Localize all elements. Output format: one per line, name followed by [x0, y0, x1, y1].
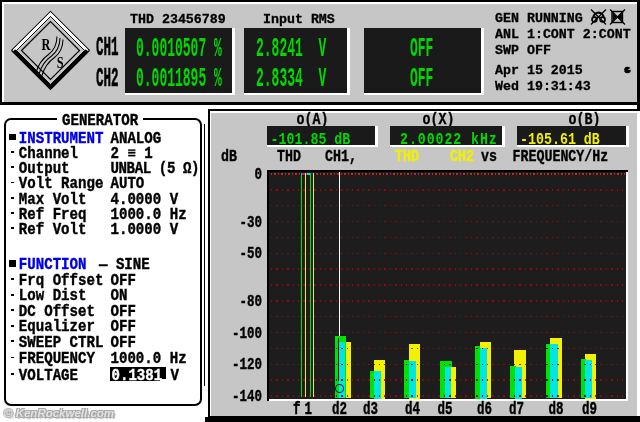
svg-text:R: R — [42, 36, 52, 54]
svg-text:S: S — [57, 54, 64, 72]
